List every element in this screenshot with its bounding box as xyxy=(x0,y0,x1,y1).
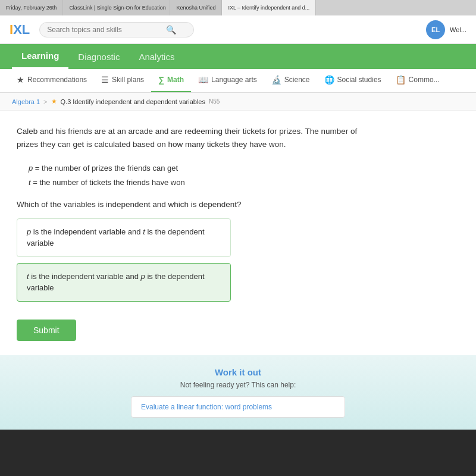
tab-common[interactable]: 📋 Commo... xyxy=(389,69,447,93)
nav-diagnostic[interactable]: Diagnostic xyxy=(68,44,129,69)
nav-analytics[interactable]: Analytics xyxy=(129,44,184,69)
social-studies-icon: 🌐 xyxy=(324,75,334,84)
breadcrumb-code: N55 xyxy=(209,98,220,105)
submit-button[interactable]: Submit xyxy=(17,320,76,341)
common-icon: 📋 xyxy=(396,75,406,84)
tab-social-studies[interactable]: 🌐 Social studies xyxy=(317,69,389,93)
search-icon: 🔍 xyxy=(166,25,176,35)
math-icon: ∑ xyxy=(158,75,164,84)
topbar: IXL 🔍 EL Wel... xyxy=(0,15,476,44)
tab-kenosha[interactable]: Kenosha Unified xyxy=(170,0,222,15)
breadcrumb-separator: > xyxy=(43,98,47,105)
bottom-bar xyxy=(0,430,476,476)
tab-skill-plans[interactable]: ☰ Skill plans xyxy=(94,69,151,93)
work-it-out-title: Work it out xyxy=(17,367,459,377)
nav-learning[interactable]: Learning xyxy=(12,44,68,69)
which-question: Which of the variables is independent an… xyxy=(17,200,459,209)
tab-language-arts[interactable]: 📖 Language arts xyxy=(191,69,264,93)
topbar-right: EL Wel... xyxy=(426,20,466,39)
help-link[interactable]: Evaluate a linear function: word problem… xyxy=(131,396,345,418)
search-bar[interactable]: 🔍 xyxy=(39,22,194,37)
browser-tabs: Friday, February 26th ClassLink | Single… xyxy=(0,0,476,15)
breadcrumb-star-icon: ★ xyxy=(51,98,57,105)
recommendations-icon: ★ xyxy=(17,75,24,84)
variable-definitions: p = the number of prizes the friends can… xyxy=(17,161,459,189)
search-input[interactable] xyxy=(47,26,166,34)
answer-option-a[interactable]: p is the independent variable and t is t… xyxy=(17,218,231,257)
breadcrumb: Algebra 1 > ★ Q.3 Identify independent a… xyxy=(0,93,476,111)
tab-math[interactable]: ∑ Math xyxy=(151,69,191,93)
ixl-logo: IXL xyxy=(10,22,30,37)
tab-classlink[interactable]: ClassLink | Single Sign-On for Education xyxy=(63,0,170,15)
breadcrumb-parent[interactable]: Algebra 1 xyxy=(12,98,40,105)
work-it-out-section: Work it out Not feeling ready yet? This … xyxy=(0,355,476,430)
tab-ixl[interactable]: IXL – Identify independent and d... xyxy=(222,0,316,15)
welcome-text: Wel... xyxy=(450,26,466,33)
language-arts-icon: 📖 xyxy=(198,75,208,84)
question-text: Caleb and his friends are at an arcade a… xyxy=(17,125,374,151)
answer-option-b[interactable]: t is the independent variable and p is t… xyxy=(17,263,231,302)
tab-science[interactable]: 🔬 Science xyxy=(264,69,317,93)
avatar: EL xyxy=(426,20,445,39)
tab-date[interactable]: Friday, February 26th xyxy=(0,0,63,15)
main-content: Caleb and his friends are at an arcade a… xyxy=(0,111,476,355)
nav-bar: Learning Diagnostic Analytics xyxy=(0,44,476,69)
science-icon: 🔬 xyxy=(271,75,281,84)
skill-tabs: ★ Recommendations ☰ Skill plans ∑ Math 📖… xyxy=(0,69,476,93)
tab-recommendations[interactable]: ★ Recommendations xyxy=(10,69,94,93)
variable-p-def: p = the number of prizes the friends can… xyxy=(29,161,459,175)
skill-plans-icon: ☰ xyxy=(101,75,109,84)
breadcrumb-current: Q.3 Identify independent and dependent v… xyxy=(61,98,205,105)
variable-t-def: t = the number of tickets the friends ha… xyxy=(29,176,459,189)
work-it-out-subtitle: Not feeling ready yet? This can help: xyxy=(17,381,459,389)
